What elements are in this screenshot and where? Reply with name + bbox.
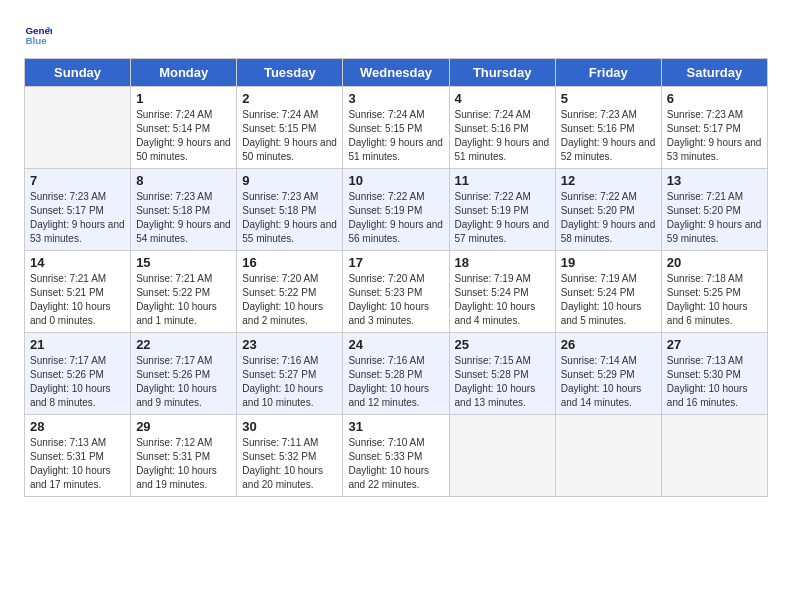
day-number: 25 — [455, 337, 550, 352]
calendar-cell: 30Sunrise: 7:11 AMSunset: 5:32 PMDayligh… — [237, 415, 343, 497]
calendar-cell: 7Sunrise: 7:23 AMSunset: 5:17 PMDaylight… — [25, 169, 131, 251]
day-number: 13 — [667, 173, 762, 188]
day-info: Sunrise: 7:24 AMSunset: 5:15 PMDaylight:… — [348, 108, 443, 164]
day-info: Sunrise: 7:21 AMSunset: 5:20 PMDaylight:… — [667, 190, 762, 246]
weekday-header: Sunday — [25, 59, 131, 87]
day-info: Sunrise: 7:21 AMSunset: 5:22 PMDaylight:… — [136, 272, 231, 328]
calendar-cell: 28Sunrise: 7:13 AMSunset: 5:31 PMDayligh… — [25, 415, 131, 497]
svg-text:Blue: Blue — [25, 35, 47, 46]
calendar-cell: 22Sunrise: 7:17 AMSunset: 5:26 PMDayligh… — [131, 333, 237, 415]
day-info: Sunrise: 7:23 AMSunset: 5:16 PMDaylight:… — [561, 108, 656, 164]
day-number: 27 — [667, 337, 762, 352]
day-info: Sunrise: 7:23 AMSunset: 5:18 PMDaylight:… — [242, 190, 337, 246]
day-number: 1 — [136, 91, 231, 106]
day-number: 20 — [667, 255, 762, 270]
calendar-cell: 14Sunrise: 7:21 AMSunset: 5:21 PMDayligh… — [25, 251, 131, 333]
day-info: Sunrise: 7:13 AMSunset: 5:30 PMDaylight:… — [667, 354, 762, 410]
day-number: 30 — [242, 419, 337, 434]
day-info: Sunrise: 7:19 AMSunset: 5:24 PMDaylight:… — [561, 272, 656, 328]
day-info: Sunrise: 7:17 AMSunset: 5:26 PMDaylight:… — [30, 354, 125, 410]
day-number: 15 — [136, 255, 231, 270]
day-number: 26 — [561, 337, 656, 352]
day-info: Sunrise: 7:22 AMSunset: 5:19 PMDaylight:… — [348, 190, 443, 246]
day-info: Sunrise: 7:16 AMSunset: 5:27 PMDaylight:… — [242, 354, 337, 410]
day-info: Sunrise: 7:24 AMSunset: 5:16 PMDaylight:… — [455, 108, 550, 164]
calendar-cell: 11Sunrise: 7:22 AMSunset: 5:19 PMDayligh… — [449, 169, 555, 251]
calendar-cell: 17Sunrise: 7:20 AMSunset: 5:23 PMDayligh… — [343, 251, 449, 333]
day-number: 31 — [348, 419, 443, 434]
calendar-cell: 19Sunrise: 7:19 AMSunset: 5:24 PMDayligh… — [555, 251, 661, 333]
day-number: 4 — [455, 91, 550, 106]
calendar-cell — [555, 415, 661, 497]
day-info: Sunrise: 7:20 AMSunset: 5:23 PMDaylight:… — [348, 272, 443, 328]
calendar-cell: 1Sunrise: 7:24 AMSunset: 5:14 PMDaylight… — [131, 87, 237, 169]
day-number: 6 — [667, 91, 762, 106]
weekday-header: Tuesday — [237, 59, 343, 87]
calendar-cell: 21Sunrise: 7:17 AMSunset: 5:26 PMDayligh… — [25, 333, 131, 415]
day-number: 8 — [136, 173, 231, 188]
day-number: 11 — [455, 173, 550, 188]
day-info: Sunrise: 7:23 AMSunset: 5:17 PMDaylight:… — [667, 108, 762, 164]
calendar-cell: 18Sunrise: 7:19 AMSunset: 5:24 PMDayligh… — [449, 251, 555, 333]
day-number: 17 — [348, 255, 443, 270]
day-number: 2 — [242, 91, 337, 106]
calendar-cell: 25Sunrise: 7:15 AMSunset: 5:28 PMDayligh… — [449, 333, 555, 415]
day-info: Sunrise: 7:23 AMSunset: 5:17 PMDaylight:… — [30, 190, 125, 246]
calendar-cell: 8Sunrise: 7:23 AMSunset: 5:18 PMDaylight… — [131, 169, 237, 251]
day-number: 29 — [136, 419, 231, 434]
day-number: 18 — [455, 255, 550, 270]
day-info: Sunrise: 7:15 AMSunset: 5:28 PMDaylight:… — [455, 354, 550, 410]
day-info: Sunrise: 7:14 AMSunset: 5:29 PMDaylight:… — [561, 354, 656, 410]
day-info: Sunrise: 7:18 AMSunset: 5:25 PMDaylight:… — [667, 272, 762, 328]
logo-icon: General Blue — [24, 20, 52, 48]
day-info: Sunrise: 7:17 AMSunset: 5:26 PMDaylight:… — [136, 354, 231, 410]
calendar-cell: 16Sunrise: 7:20 AMSunset: 5:22 PMDayligh… — [237, 251, 343, 333]
day-number: 14 — [30, 255, 125, 270]
calendar-cell: 3Sunrise: 7:24 AMSunset: 5:15 PMDaylight… — [343, 87, 449, 169]
calendar-cell: 29Sunrise: 7:12 AMSunset: 5:31 PMDayligh… — [131, 415, 237, 497]
day-info: Sunrise: 7:22 AMSunset: 5:20 PMDaylight:… — [561, 190, 656, 246]
calendar-table: SundayMondayTuesdayWednesdayThursdayFrid… — [24, 58, 768, 497]
calendar-cell: 10Sunrise: 7:22 AMSunset: 5:19 PMDayligh… — [343, 169, 449, 251]
day-number: 28 — [30, 419, 125, 434]
calendar-cell: 24Sunrise: 7:16 AMSunset: 5:28 PMDayligh… — [343, 333, 449, 415]
calendar-cell — [661, 415, 767, 497]
calendar-cell: 2Sunrise: 7:24 AMSunset: 5:15 PMDaylight… — [237, 87, 343, 169]
day-number: 3 — [348, 91, 443, 106]
calendar-cell — [25, 87, 131, 169]
calendar-cell: 31Sunrise: 7:10 AMSunset: 5:33 PMDayligh… — [343, 415, 449, 497]
day-number: 16 — [242, 255, 337, 270]
day-number: 10 — [348, 173, 443, 188]
weekday-header: Monday — [131, 59, 237, 87]
day-info: Sunrise: 7:21 AMSunset: 5:21 PMDaylight:… — [30, 272, 125, 328]
day-number: 24 — [348, 337, 443, 352]
day-number: 5 — [561, 91, 656, 106]
day-info: Sunrise: 7:16 AMSunset: 5:28 PMDaylight:… — [348, 354, 443, 410]
calendar-cell: 23Sunrise: 7:16 AMSunset: 5:27 PMDayligh… — [237, 333, 343, 415]
day-info: Sunrise: 7:11 AMSunset: 5:32 PMDaylight:… — [242, 436, 337, 492]
calendar-cell: 27Sunrise: 7:13 AMSunset: 5:30 PMDayligh… — [661, 333, 767, 415]
day-info: Sunrise: 7:10 AMSunset: 5:33 PMDaylight:… — [348, 436, 443, 492]
day-info: Sunrise: 7:22 AMSunset: 5:19 PMDaylight:… — [455, 190, 550, 246]
calendar-cell: 12Sunrise: 7:22 AMSunset: 5:20 PMDayligh… — [555, 169, 661, 251]
calendar-cell: 15Sunrise: 7:21 AMSunset: 5:22 PMDayligh… — [131, 251, 237, 333]
day-number: 23 — [242, 337, 337, 352]
weekday-header: Friday — [555, 59, 661, 87]
logo: General Blue — [24, 20, 56, 48]
weekday-header: Wednesday — [343, 59, 449, 87]
header: General Blue — [24, 20, 768, 48]
calendar-cell: 5Sunrise: 7:23 AMSunset: 5:16 PMDaylight… — [555, 87, 661, 169]
day-number: 19 — [561, 255, 656, 270]
calendar-cell: 20Sunrise: 7:18 AMSunset: 5:25 PMDayligh… — [661, 251, 767, 333]
calendar-cell: 9Sunrise: 7:23 AMSunset: 5:18 PMDaylight… — [237, 169, 343, 251]
calendar-cell: 26Sunrise: 7:14 AMSunset: 5:29 PMDayligh… — [555, 333, 661, 415]
weekday-header: Saturday — [661, 59, 767, 87]
day-info: Sunrise: 7:13 AMSunset: 5:31 PMDaylight:… — [30, 436, 125, 492]
calendar-cell: 6Sunrise: 7:23 AMSunset: 5:17 PMDaylight… — [661, 87, 767, 169]
day-number: 22 — [136, 337, 231, 352]
calendar-cell: 13Sunrise: 7:21 AMSunset: 5:20 PMDayligh… — [661, 169, 767, 251]
day-info: Sunrise: 7:20 AMSunset: 5:22 PMDaylight:… — [242, 272, 337, 328]
day-number: 9 — [242, 173, 337, 188]
day-info: Sunrise: 7:19 AMSunset: 5:24 PMDaylight:… — [455, 272, 550, 328]
calendar-cell: 4Sunrise: 7:24 AMSunset: 5:16 PMDaylight… — [449, 87, 555, 169]
